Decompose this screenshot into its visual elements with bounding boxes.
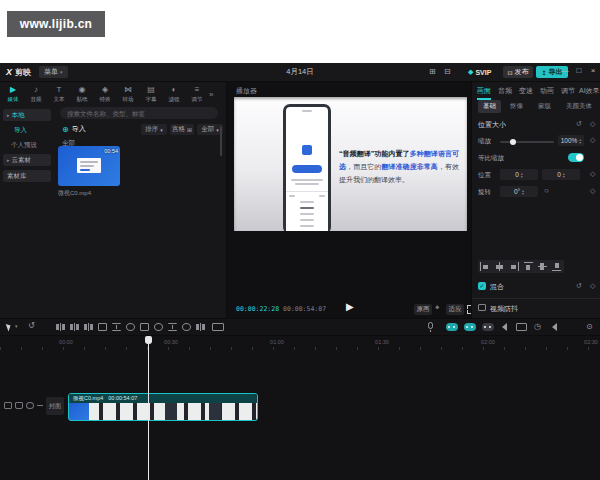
keyframe-icon[interactable]: ◇ (590, 120, 595, 128)
delete-button[interactable] (98, 323, 107, 331)
reset-icon[interactable]: ↺ (576, 282, 582, 290)
volume-button[interactable] (552, 323, 557, 331)
tab-audio[interactable]: ♪音频 (25, 85, 47, 104)
scale-slider[interactable] (500, 141, 554, 143)
align-bottom-icon[interactable] (552, 262, 562, 271)
auto-caption-button[interactable] (196, 323, 205, 331)
tab-captions[interactable]: ▤字幕 (140, 85, 162, 104)
eye-icon[interactable] (26, 402, 34, 409)
snap-toggle[interactable] (482, 323, 494, 331)
stepper-icon[interactable]: ▴▾ (522, 189, 524, 195)
reverse-button[interactable] (126, 323, 135, 331)
fit-button[interactable]: 适应 (446, 304, 464, 315)
playhead[interactable] (148, 336, 149, 480)
tab-transition[interactable]: ⋈转场 (117, 85, 139, 104)
stepper-icon[interactable]: ▴▾ (563, 172, 565, 178)
publish-button[interactable]: ⊡ 发布 (503, 66, 533, 78)
speed-button[interactable] (182, 323, 191, 331)
quality-button[interactable]: 原画 (414, 304, 432, 315)
sidebar-item-library[interactable]: 素材库 (3, 170, 51, 182)
keyframe-icon[interactable]: ◇ (590, 136, 595, 144)
subtab-cutout[interactable]: 抠像 (510, 102, 523, 111)
media-tile[interactable]: 00:54 (58, 146, 120, 186)
keyframe-icon[interactable]: ◇ (590, 187, 595, 195)
sort-button[interactable]: 排序▾ (141, 124, 167, 135)
search-input[interactable] (60, 107, 218, 119)
freeze-frame-button[interactable] (112, 323, 121, 331)
position-y-stepper[interactable]: 0 ▴▾ (542, 169, 580, 180)
scale-slider-knob[interactable] (510, 139, 516, 145)
position-x-stepper[interactable]: 0 ▴▾ (500, 169, 538, 180)
tab-adjust-props[interactable]: 调节 (561, 86, 575, 96)
chevron-down-icon[interactable]: ▾ (15, 323, 18, 329)
tab-media[interactable]: ▶媒体 (2, 85, 24, 104)
align-center-v-icon[interactable] (537, 262, 547, 271)
keyframe-icon[interactable]: ◇ (590, 170, 595, 178)
keyframe-icon[interactable]: ◇ (590, 282, 595, 290)
tab-video[interactable]: 画面 (477, 86, 491, 100)
tab-text[interactable]: T文本 (48, 85, 70, 104)
delete-right-button[interactable] (84, 323, 93, 331)
split-tool-button[interactable] (56, 323, 65, 331)
align-top-icon[interactable] (523, 262, 533, 271)
import-button[interactable]: ⊕ 导入 (62, 124, 86, 134)
subtab-mask[interactable]: 蒙版 (538, 102, 551, 111)
tab-ai-effects[interactable]: AI效果 (579, 86, 600, 96)
crop-button[interactable] (168, 323, 177, 331)
scale-value[interactable]: 100% ▴▾ (558, 135, 584, 146)
minimize-button[interactable]: — (558, 66, 572, 75)
lock-icon[interactable] (15, 402, 23, 409)
menu-button[interactable]: 菜单 ▾ (39, 66, 68, 78)
play-button[interactable]: ▶ (346, 301, 354, 312)
align-right-icon[interactable] (509, 262, 519, 271)
audio-waveform-toggle[interactable] (502, 323, 507, 331)
tab-sticker[interactable]: ◉贴纸 (71, 85, 93, 104)
align-center-h-icon[interactable] (494, 262, 504, 271)
layout-split-icon[interactable]: ⊟ (444, 66, 451, 78)
blend-checkbox[interactable]: ✓ (478, 282, 486, 290)
stepper-icon[interactable]: ▴▾ (521, 172, 523, 178)
stabilize-row[interactable]: 视频防抖 (490, 304, 518, 314)
ruler[interactable] (0, 347, 600, 350)
maximize-button[interactable]: □ (572, 66, 586, 75)
video-clip[interactable]: 微视C0.mp4 00:00:54:07 (68, 393, 258, 421)
subtab-beauty[interactable]: 美颜美体 (566, 102, 592, 111)
link-toggle[interactable] (464, 323, 476, 331)
tab-audio-props[interactable]: 音频 (498, 86, 512, 96)
undo-button[interactable]: ↺ (28, 321, 35, 330)
rotate-stepper[interactable]: 0° ▴▾ (500, 186, 538, 197)
sidebar-item-presets[interactable]: 个人预设 (3, 139, 51, 151)
clock-icon[interactable]: ◷ (534, 322, 541, 331)
tab-effects[interactable]: ◈特效 (94, 85, 116, 104)
mute-icon[interactable] (37, 405, 43, 406)
pip-crosshair-icon[interactable]: ⌖ (435, 303, 440, 313)
sidebar-item-import[interactable]: 导入 (3, 124, 51, 136)
rotate-dial-icon[interactable]: ○ (544, 186, 549, 195)
layout-icon[interactable]: ⊞ (429, 66, 436, 78)
align-left-icon[interactable] (480, 262, 490, 271)
magnet-toggle[interactable] (446, 323, 458, 331)
scrollbar[interactable] (220, 126, 222, 156)
cover-button[interactable]: 封面 (46, 397, 64, 415)
tab-animation[interactable]: 动画 (540, 86, 554, 96)
mirror-button[interactable] (140, 323, 149, 331)
svip-badge[interactable]: ◆ SVIP (468, 68, 491, 76)
more-tabs-icon[interactable]: » (209, 90, 213, 99)
tab-speed[interactable]: 变速 (519, 86, 533, 96)
playhead-handle[interactable] (145, 336, 152, 344)
sidebar-item-local[interactable]: ▸本地 (3, 109, 51, 121)
smart-tools-button[interactable] (212, 323, 224, 331)
rotate-tool-button[interactable] (154, 323, 163, 331)
delete-left-button[interactable] (70, 323, 79, 331)
view-toggle-button[interactable]: 宫格⊞ (170, 124, 194, 135)
sidebar-item-cloud[interactable]: ▸云素材 (3, 154, 51, 166)
reset-icon[interactable]: ↺ (576, 120, 582, 128)
tab-adjust[interactable]: ≡调节 (186, 85, 208, 104)
timeline-zoom-button[interactable]: ⊙ (586, 322, 593, 331)
track-options-icon[interactable] (4, 402, 12, 409)
stepper-icon[interactable]: ▴▾ (579, 138, 581, 144)
preview-axis-toggle[interactable] (516, 323, 527, 331)
uniform-scale-toggle[interactable] (568, 153, 584, 162)
close-button[interactable]: × (586, 66, 600, 75)
subtab-basic[interactable]: 基础 (478, 100, 501, 113)
